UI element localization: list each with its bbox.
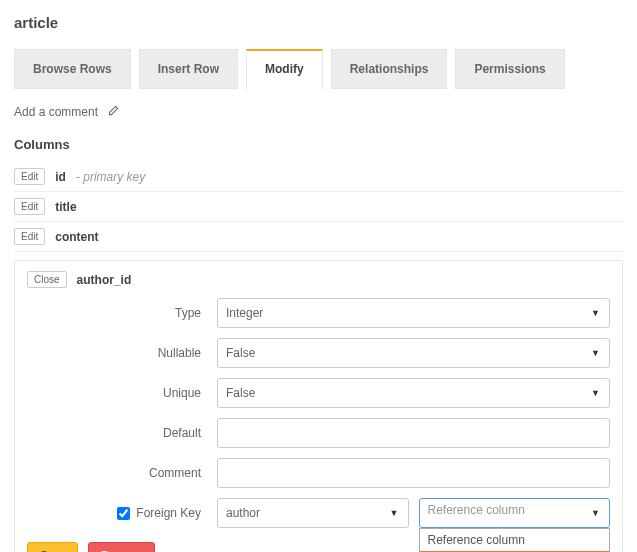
fk-ref-option-placeholder[interactable]: Reference column [420, 529, 610, 551]
default-label: Default [27, 426, 217, 440]
tabs: Browse Rows Insert Row Modify Relationsh… [14, 49, 623, 89]
default-input[interactable] [217, 418, 610, 448]
column-note: - primary key [76, 170, 145, 184]
type-select[interactable]: Integer [217, 298, 610, 328]
pencil-icon [108, 105, 119, 119]
tab-relationships[interactable]: Relationships [331, 49, 448, 89]
tab-browse-rows[interactable]: Browse Rows [14, 49, 131, 89]
tab-insert-row[interactable]: Insert Row [139, 49, 238, 89]
column-row-id: Edit id - primary key [14, 162, 623, 192]
comment-label: Comment [27, 466, 217, 480]
column-row-content: Edit content [14, 222, 623, 252]
foreign-key-label: Foreign Key [136, 506, 201, 520]
nullable-select[interactable]: False [217, 338, 610, 368]
column-name: id [55, 170, 66, 184]
page-title: article [14, 14, 623, 31]
fk-reference-select[interactable]: Reference column [419, 498, 611, 528]
save-button[interactable]: Save [27, 542, 78, 552]
type-label: Type [27, 306, 217, 320]
unique-select[interactable]: False [217, 378, 610, 408]
add-comment-label: Add a comment [14, 105, 98, 119]
edit-button[interactable]: Edit [14, 228, 45, 245]
edit-button[interactable]: Edit [14, 168, 45, 185]
add-comment-row[interactable]: Add a comment [14, 105, 623, 119]
close-button[interactable]: Close [27, 271, 67, 288]
edit-button[interactable]: Edit [14, 198, 45, 215]
columns-header: Columns [14, 137, 623, 152]
column-name: title [55, 200, 76, 214]
tab-permissions[interactable]: Permissions [455, 49, 564, 89]
column-name: content [55, 230, 98, 244]
nullable-label: Nullable [27, 346, 217, 360]
fk-reference-dropdown: Reference column id name [419, 528, 611, 552]
tab-modify[interactable]: Modify [246, 49, 323, 89]
expanded-column-name: author_id [77, 273, 132, 287]
remove-button[interactable]: Remove [88, 542, 155, 552]
fk-table-select[interactable]: author [217, 498, 409, 528]
unique-label: Unique [27, 386, 217, 400]
column-expanded: Close author_id Type Integer Nullable Fa… [14, 260, 623, 552]
comment-input[interactable] [217, 458, 610, 488]
foreign-key-checkbox[interactable] [117, 507, 130, 520]
column-row-title: Edit title [14, 192, 623, 222]
